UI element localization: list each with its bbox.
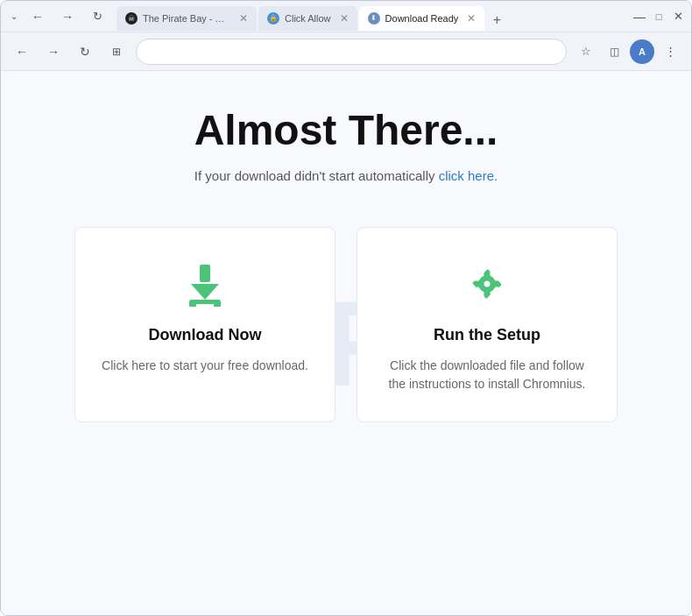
back-btn[interactable]: ← xyxy=(25,4,50,29)
back-button[interactable]: ← xyxy=(10,39,34,64)
download-now-desc: Click here to start your free download. xyxy=(102,357,308,375)
split-screen-button[interactable]: ◫ xyxy=(602,39,626,64)
tab-icon-allow: 🔒 xyxy=(267,12,279,25)
tab-label-download: Download Ready xyxy=(385,13,459,24)
minimize-button[interactable]: ― xyxy=(633,11,646,23)
reload-btn[interactable]: ↻ xyxy=(85,4,109,29)
run-setup-card[interactable]: Run the Setup Click the downloaded file … xyxy=(357,227,618,422)
subtitle-link[interactable]: click here. xyxy=(439,168,498,183)
tab-icon-pirate: ☠ xyxy=(125,12,138,25)
profile-button[interactable]: A xyxy=(630,39,654,64)
extensions-button[interactable]: ⊞ xyxy=(104,39,129,64)
tabs-area: ☠ The Pirate Bay - The galaxy's m... ✕ 🔒… xyxy=(117,3,623,31)
svg-rect-0 xyxy=(200,265,210,282)
window-controls: ⌄ ← → ↻ xyxy=(8,4,109,29)
page-subtitle: If your download didn't start automatica… xyxy=(194,168,498,183)
forward-button[interactable]: → xyxy=(41,39,66,64)
page-content: OFF 🔍 Almost There... If your download d… xyxy=(1,71,691,615)
nav-bar: ← → ↻ ⊞ ☆ ◫ A ⋮ xyxy=(1,32,691,71)
cards-container: Download Now Click here to start your fr… xyxy=(74,227,618,422)
gear-icon xyxy=(463,259,512,308)
subtitle-text: If your download didn't start automatica… xyxy=(194,168,439,183)
tab-icon-download: ⬇ xyxy=(368,12,380,25)
tab-label-pirate: The Pirate Bay - The galaxy's m... xyxy=(143,13,230,24)
download-now-card[interactable]: Download Now Click here to start your fr… xyxy=(74,227,335,422)
browser-window: ⌄ ← → ↻ ☠ The Pirate Bay - The galaxy's … xyxy=(0,0,692,616)
tab-click-allow[interactable]: 🔒 Click Allow ✕ xyxy=(258,6,357,31)
new-tab-button[interactable]: + xyxy=(486,10,507,31)
svg-point-6 xyxy=(484,281,491,287)
svg-marker-1 xyxy=(191,284,219,300)
run-setup-desc: Click the downloaded file and follow the… xyxy=(382,357,592,393)
run-setup-title: Run the Setup xyxy=(434,326,540,344)
tab-download-ready[interactable]: ⬇ Download Ready ✕ xyxy=(359,6,485,31)
address-bar[interactable] xyxy=(136,39,567,65)
tab-close-pirate[interactable]: ✕ xyxy=(239,12,248,25)
tab-close-allow[interactable]: ✕ xyxy=(340,12,349,25)
page-heading: Almost There... xyxy=(194,106,498,154)
tab-label-allow: Click Allow xyxy=(285,13,331,24)
forward-btn[interactable]: → xyxy=(55,4,80,29)
reload-button[interactable]: ↻ xyxy=(73,39,97,64)
download-icon xyxy=(180,259,229,308)
svg-rect-4 xyxy=(214,301,221,307)
tab-close-download[interactable]: ✕ xyxy=(467,12,476,25)
menu-button[interactable]: ⋮ xyxy=(658,39,682,64)
maximize-button[interactable]: □ xyxy=(653,11,665,23)
nav-right-controls: ☆ ◫ A ⋮ xyxy=(574,39,682,64)
download-now-title: Download Now xyxy=(149,326,262,344)
nav-down-btn[interactable]: ⌄ xyxy=(8,11,20,23)
bookmark-button[interactable]: ☆ xyxy=(574,39,598,64)
svg-rect-3 xyxy=(189,301,196,307)
title-bar: ⌄ ← → ↻ ☠ The Pirate Bay - The galaxy's … xyxy=(1,1,691,32)
tab-pirate-bay[interactable]: ☠ The Pirate Bay - The galaxy's m... ✕ xyxy=(117,6,257,31)
close-button[interactable]: ✕ xyxy=(672,11,684,23)
